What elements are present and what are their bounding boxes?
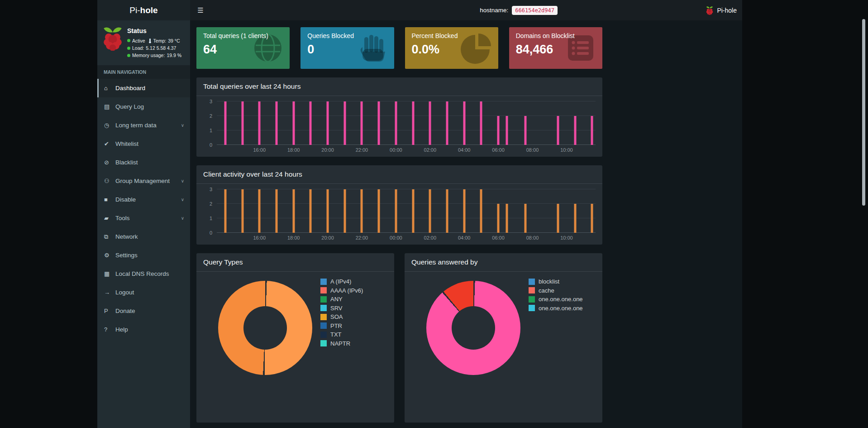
stat-card-title: Queries Blocked [307,32,387,39]
legend-swatch [320,332,327,338]
stat-card-percent-blocked[interactable]: Percent Blocked0.0% [405,27,498,69]
bar [525,204,527,233]
bar [241,189,243,233]
bar [310,101,312,145]
panel-title: Total queries over last 24 hours [196,77,602,96]
bar [310,189,312,233]
status-active-line: Active Temp: 39 °C [127,38,181,44]
x-tick-label: 22:00 [356,147,368,153]
x-tick-label: 22:00 [356,235,368,240]
chevron-down-icon: ∨ [181,178,184,183]
bar [480,101,482,145]
sidebar-item-group-management[interactable]: ⚇Group Management∨ [97,172,190,190]
legend-item[interactable]: NAPTR [320,340,363,347]
content-area: Total queries (1 clients)64Queries Block… [190,20,742,428]
legend-label: PTR [330,322,342,329]
pihole-home-link[interactable]: Pi-hole [706,0,737,20]
scrollbar[interactable] [862,19,865,206]
legend-swatch [320,322,327,329]
bar [292,189,295,233]
sidebar-item-long-term-data[interactable]: ◷Long term data∨ [97,116,190,135]
legend-label: AAAA (IPv6) [330,287,363,294]
legend-item[interactable]: one.one.one.one [529,296,583,303]
legend-item[interactable]: AAAA (IPv6) [320,287,363,294]
sidebar-item-network[interactable]: ⧉Network [97,227,190,246]
x-tick-label: 10:00 [560,235,573,240]
memory-label: Memory usage: [132,52,165,58]
sidebar-item-settings[interactable]: ⚙Settings [97,246,190,264]
panel-total-queries: Total queries over last 24 hours 0123 16… [196,77,602,157]
bar [525,116,527,145]
paypal-icon: P [104,308,115,314]
bar [506,116,508,145]
legend-item[interactable]: blocklist [529,278,583,285]
bar [361,101,363,145]
sidebar-item-donate[interactable]: PDonate [97,302,190,320]
address-book-icon: ▦ [104,270,115,277]
legend-label: one.one.one.one [539,305,583,312]
sidebar-item-label: Network [115,233,138,240]
sidebar-item-query-log[interactable]: ▤Query Log [97,97,190,116]
sidebar-item-disable[interactable]: ■Disable∨ [97,190,190,209]
sidebar-item-label: Settings [115,252,138,259]
stat-card-value: 0.0% [412,43,491,57]
legend-item[interactable]: cache [529,287,583,294]
x-tick-label: 18:00 [287,235,300,240]
sidebar-toggle-button[interactable]: ☰ [190,0,211,20]
chevron-down-icon: ∨ [181,197,184,202]
sidebar-item-local-dns-records[interactable]: ▦Local DNS Records [97,264,190,283]
sidebar-item-logout[interactable]: →Logout [97,283,190,302]
panel-title: Client activity over last 24 hours [196,165,602,184]
query-types-donut [218,281,312,375]
hostname-label: hostname: [480,7,508,14]
x-tick-label: 02:00 [424,147,437,153]
status-panel: Status Active Temp: 39 °C Load: 5.12 5.5… [97,20,190,64]
stat-card-title: Domains on Blocklist [516,32,596,39]
bar [327,101,329,145]
legend-label: NAPTR [330,340,350,347]
check-circle-icon: ✔ [104,140,115,147]
bar [463,101,465,145]
stat-card-queries-blocked[interactable]: Queries Blocked0 [300,27,394,69]
status-ok-icon [127,39,130,42]
stat-card-title: Percent Blocked [412,32,491,39]
sidebar-item-help[interactable]: ?Help [97,320,190,339]
x-tick-label: 04:00 [458,147,471,153]
legend-item[interactable]: SRV [320,305,363,312]
brand-logo[interactable]: Pi-hole [97,0,190,20]
legend-item[interactable]: SOA [320,313,363,320]
y-tick-label: 0 [210,230,212,236]
bar [258,189,261,233]
sidebar-item-blacklist[interactable]: ⊘Blacklist [97,153,190,172]
panel-title: Queries answered by [405,253,602,272]
sidebar-item-tools[interactable]: ▰Tools∨ [97,209,190,227]
pihole-app: Pi-hole ☰ hostname: 666154e2d947 Pi-hole… [97,0,742,428]
stat-card-total-queries-1-clients-[interactable]: Total queries (1 clients)64 [196,27,290,69]
bar [480,189,482,233]
stat-card-domains-on-blocklist[interactable]: Domains on Blocklist84,466 [509,27,602,69]
legend-item[interactable]: PTR [320,322,363,329]
bar [557,204,559,233]
legend-item[interactable]: one.one.one.one [529,305,583,312]
bar [429,189,431,233]
top-navbar: Pi-hole ☰ hostname: 666154e2d947 Pi-hole [97,0,742,20]
sidebar-item-label: Group Management [115,178,170,184]
status-load-line: Load: 5.12 5.58 4.37 [127,45,181,51]
brand-prefix: Pi- [129,5,140,15]
legend-label: SRV [330,305,343,312]
sidebar-item-label: Donate [115,308,135,314]
legend-item[interactable]: A (IPv4) [320,278,363,285]
sidebar-item-whitelist[interactable]: ✔Whitelist [97,135,190,153]
legend-item[interactable]: TXT [320,331,363,338]
temp-value: 39 °C [168,38,180,44]
sidebar-item-dashboard[interactable]: ⌂Dashboard [97,79,190,97]
x-tick-label: 00:00 [390,235,402,240]
y-tick-label: 1 [210,216,212,221]
legend-swatch [320,305,327,311]
x-tick-label: 08:00 [526,147,539,153]
y-tick-label: 3 [210,187,212,192]
stat-card-title: Total queries (1 clients) [203,32,283,39]
bar [275,189,277,233]
legend-item[interactable]: ANY [320,296,363,303]
x-tick-label: 16:00 [253,147,266,153]
